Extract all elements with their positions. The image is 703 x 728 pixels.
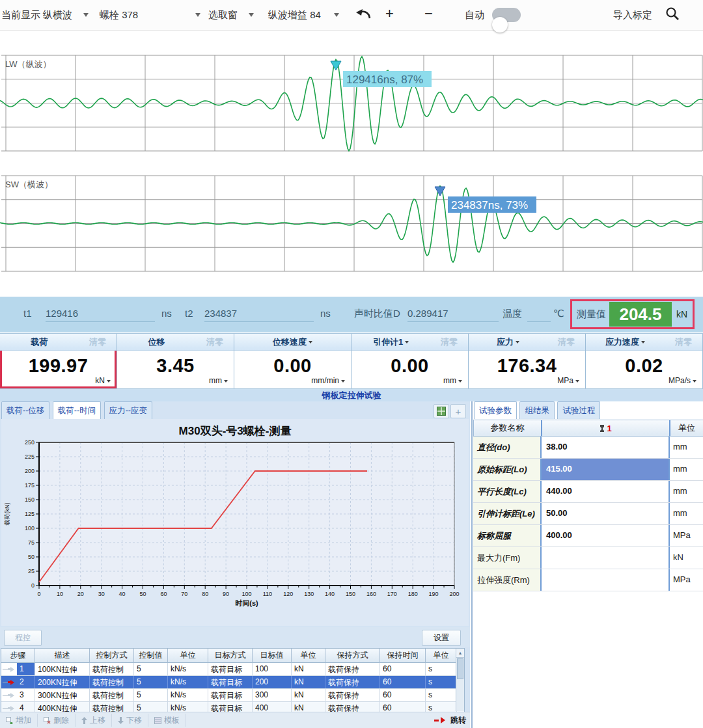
param-value-cell[interactable]: 50.00	[540, 503, 670, 524]
step-cell: 载荷保持	[325, 663, 380, 675]
chevron-down-icon[interactable]	[195, 13, 200, 17]
wave-mode-dropdown[interactable]: 纵横波	[43, 9, 72, 21]
svg-text:40: 40	[119, 591, 126, 597]
panel-unit-dropdown[interactable]: mm	[443, 376, 462, 385]
panel-value: 176.34	[469, 355, 585, 377]
ratio-label: 声时比值D	[354, 308, 400, 320]
tab-load-time[interactable]: 载荷--时间	[53, 401, 101, 419]
panel-label-dropdown[interactable]: 应力	[469, 336, 547, 348]
step-row[interactable]: 1100KN拉伸载荷控制5kN/s载荷目标100kN载荷保持60s	[1, 663, 464, 676]
panel-label-dropdown[interactable]: 应力速度	[586, 336, 665, 348]
grid-view-button[interactable]	[434, 404, 449, 418]
t1-label: t1	[23, 308, 32, 319]
panel-value: 0.02	[586, 355, 702, 377]
auto-label: 自动	[465, 9, 484, 21]
tab-test-process[interactable]: 试验过程	[557, 401, 600, 419]
panel-unit-dropdown[interactable]: mm/min	[311, 376, 345, 385]
test-section-title: 钢板定拉伸试验	[0, 389, 703, 401]
panel-unit-dropdown[interactable]: kN	[95, 376, 111, 385]
panel-label-dropdown[interactable]: 引伸计1	[352, 336, 430, 348]
move-down-button[interactable]: 下移	[112, 714, 148, 727]
tab-group-results[interactable]: 组结果	[519, 401, 555, 419]
scrollbar-thumb[interactable]	[457, 658, 463, 679]
move-up-button[interactable]: 上移	[76, 714, 112, 727]
auto-toggle[interactable]	[492, 8, 521, 22]
chevron-down-icon[interactable]	[83, 13, 89, 17]
steps-scrollbar[interactable]: ▲	[456, 649, 464, 711]
panel-unit-dropdown[interactable]: MPa/s	[669, 376, 696, 385]
tab-stress-strain[interactable]: 应力--应变	[104, 401, 152, 419]
sw-cursor-marker-icon[interactable]	[435, 187, 445, 196]
panel-label: 位移	[117, 336, 196, 348]
x-axis-label: 时间(s)	[235, 599, 258, 607]
step-cell: kN/s	[168, 676, 208, 688]
chevron-down-icon	[341, 380, 345, 383]
select-window-dropdown[interactable]: 选取窗	[208, 9, 238, 21]
clear-button[interactable]: 清零	[196, 336, 234, 348]
step-row[interactable]: 2200KN拉伸载荷控制5kN/s载荷目标200kN载荷保持60s	[1, 676, 464, 689]
svg-text:130: 130	[304, 591, 314, 597]
jump-arrow-icon	[434, 720, 439, 721]
svg-text:30: 30	[98, 591, 105, 597]
svg-text:150: 150	[346, 591, 355, 597]
param-row: 平行长度(Lc)440.00mm	[473, 481, 703, 503]
tab-test-parameters[interactable]: 试验参数	[474, 401, 517, 419]
clear-button[interactable]: 清零	[79, 336, 117, 348]
panel-label-dropdown[interactable]: 位移速度	[234, 336, 351, 348]
chevron-down-icon[interactable]	[334, 13, 339, 17]
clear-button[interactable]: 清零	[665, 336, 702, 348]
step-cell: 60	[380, 689, 426, 701]
clear-button[interactable]: 清零	[547, 336, 585, 348]
chevron-down-icon[interactable]	[249, 13, 254, 17]
add-step-button[interactable]: 增加	[0, 714, 38, 727]
delete-step-button[interactable]: 删除	[38, 714, 76, 727]
arrow-down-icon	[118, 717, 124, 724]
test-parameters-panel: 试验参数 组结果 试验过程 参数名称 1 单位 直径(do)38.00mm原始标…	[471, 401, 703, 728]
step-row[interactable]: 3300KN拉伸载荷控制5kN/s载荷目标300kN载荷保持60s	[1, 689, 464, 702]
template-button[interactable]: 模板	[148, 714, 186, 727]
param-row: 标称屈服400.00MPa	[473, 525, 703, 547]
param-value-cell[interactable]: 415.00	[540, 459, 670, 480]
jump-button[interactable]: 跳转	[434, 715, 466, 726]
add-chart-button[interactable]: +	[450, 404, 466, 418]
import-calibration-button[interactable]: 导入标定	[613, 9, 652, 21]
param-unit: mm	[670, 481, 703, 502]
t2-value[interactable]: 234837	[204, 308, 314, 322]
lw-cursor-marker-icon[interactable]	[331, 61, 341, 70]
step-cell: 载荷保持	[325, 676, 380, 688]
param-value-cell[interactable]	[540, 547, 670, 569]
svg-text:120: 120	[283, 591, 293, 597]
param-value-cell[interactable]: 400.00	[540, 525, 670, 546]
param-row: 拉伸强度(Rm)MPa	[473, 569, 703, 591]
clear-button[interactable]: 清零	[430, 336, 468, 348]
step-cell: kN/s	[168, 663, 208, 675]
gain-dropdown[interactable]: 纵波增益 84	[268, 9, 321, 21]
svg-text:20: 20	[77, 591, 84, 597]
zoom-in-button[interactable]: +	[385, 5, 394, 22]
search-icon[interactable]	[665, 7, 680, 23]
panel-unit-dropdown[interactable]: mm	[209, 376, 228, 385]
panel-unit-dropdown[interactable]: MPa	[557, 376, 579, 385]
t1-value[interactable]: 129416	[46, 308, 155, 322]
settings-button[interactable]: 设置	[422, 630, 461, 646]
temperature-value[interactable]	[527, 308, 551, 322]
chart-plot[interactable]: 0102030405060708090100110120130140150160…	[1, 438, 469, 626]
param-name: 平行长度(Lc)	[473, 481, 540, 502]
param-value-cell[interactable]: 440.00	[540, 481, 670, 502]
t2-label: t2	[185, 308, 193, 319]
zoom-out-button[interactable]: −	[424, 5, 433, 22]
chevron-down-icon	[575, 380, 579, 383]
program-control-button[interactable]: 程控	[4, 630, 42, 646]
panel-value: 199.97	[0, 355, 117, 377]
svg-text:100: 100	[241, 591, 251, 597]
scroll-up-icon[interactable]: ▲	[456, 649, 464, 658]
param-unit: mm	[670, 437, 703, 458]
param-value-cell[interactable]: 38.00	[540, 437, 670, 458]
bolt-dropdown[interactable]: 螺栓 378	[100, 9, 138, 21]
tab-load-displacement[interactable]: 载荷--位移	[1, 401, 49, 419]
chevron-down-icon	[107, 380, 111, 383]
ratio-value[interactable]: 0.289417	[407, 308, 499, 322]
steps-header-cell: 保持方式	[325, 649, 380, 663]
param-value-cell[interactable]	[540, 569, 670, 591]
undo-icon[interactable]	[355, 7, 372, 23]
